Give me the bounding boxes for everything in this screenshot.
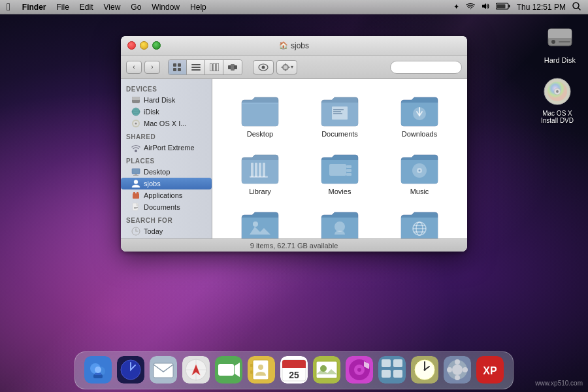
menubar-help[interactable]: Help xyxy=(185,0,212,14)
svg-rect-18 xyxy=(178,68,181,71)
eye-button[interactable] xyxy=(253,60,274,74)
dock-facetime[interactable] xyxy=(214,355,244,385)
svg-text:XP: XP xyxy=(483,365,497,376)
svg-point-29 xyxy=(262,65,265,69)
sidebar-item-sjobs[interactable]: sjobs xyxy=(121,178,212,189)
sidebar-item-documents[interactable]: Documents xyxy=(121,201,212,213)
hard-disk-desktop-icon[interactable]: Hard Disk xyxy=(542,20,578,67)
svg-point-131 xyxy=(424,369,426,371)
svg-rect-10 xyxy=(559,41,570,42)
bluetooth-icon[interactable]: ✦ xyxy=(451,3,461,11)
file-item-music[interactable]: Music xyxy=(382,147,457,199)
svg-point-14 xyxy=(556,90,559,93)
svg-rect-56 xyxy=(134,208,137,209)
svg-rect-108 xyxy=(250,364,253,367)
menubar-view[interactable]: View xyxy=(99,0,126,14)
file-item-movies[interactable]: Movies xyxy=(302,147,377,199)
dock-mail[interactable] xyxy=(148,355,178,385)
dock-itunes[interactable] xyxy=(344,355,374,385)
places-section: PLACES Desktop sjobs Applications xyxy=(121,156,212,213)
forward-button[interactable]: › xyxy=(144,61,160,74)
status-bar: 9 items, 62.71 GB available xyxy=(121,238,467,252)
svg-rect-64 xyxy=(333,113,342,114)
svg-rect-55 xyxy=(134,207,138,208)
svg-point-31 xyxy=(284,65,287,69)
file-item-documents[interactable]: Documents xyxy=(302,90,377,142)
toolbar: ‹ › ▾ xyxy=(121,56,467,79)
svg-rect-15 xyxy=(173,63,176,67)
svg-point-136 xyxy=(455,375,460,380)
column-view-button[interactable] xyxy=(205,60,223,74)
dock-safari[interactable] xyxy=(181,355,211,385)
dock-xp[interactable]: XP xyxy=(475,355,505,385)
dock-ical[interactable]: 25 xyxy=(279,355,309,385)
dock-sysprefs[interactable] xyxy=(442,355,472,385)
svg-point-122 xyxy=(357,368,361,372)
dock-clock[interactable] xyxy=(410,355,440,385)
sidebar-item-airport[interactable]: AirPort Extreme xyxy=(121,142,212,154)
dock-addressbook[interactable] xyxy=(246,355,276,385)
minimize-button[interactable] xyxy=(140,41,148,50)
file-item-pictures[interactable]: Pictures xyxy=(223,204,297,238)
file-label-documents: Documents xyxy=(321,130,358,138)
spotlight-icon[interactable] xyxy=(570,2,583,12)
svg-rect-127 xyxy=(393,370,402,378)
file-item-desktop[interactable]: Desktop xyxy=(223,90,297,142)
devices-section: DEVICES Hard Disk iDisk Mac OS X I... xyxy=(121,84,212,129)
file-item-sites[interactable]: Sites xyxy=(382,204,457,238)
cover-flow-button[interactable] xyxy=(223,60,242,74)
sidebar-item-macosx[interactable]: Mac OS X I... xyxy=(121,118,212,129)
svg-point-138 xyxy=(463,367,468,372)
wifi-icon[interactable] xyxy=(464,3,477,11)
search-input[interactable] xyxy=(390,61,462,74)
file-label-desktop: Desktop xyxy=(247,130,273,138)
svg-rect-126 xyxy=(382,370,391,378)
svg-rect-109 xyxy=(250,370,253,374)
icon-view-button[interactable] xyxy=(169,60,187,74)
svg-rect-70 xyxy=(263,163,265,177)
svg-rect-69 xyxy=(259,163,261,177)
svg-point-89 xyxy=(95,367,101,373)
sidebar-item-harddisk[interactable]: Hard Disk xyxy=(121,94,212,106)
dock-expose[interactable] xyxy=(377,355,407,385)
menubar-go[interactable]: Go xyxy=(125,0,146,14)
file-item-library[interactable]: Library xyxy=(223,147,297,199)
svg-rect-2 xyxy=(508,5,510,8)
close-button[interactable] xyxy=(127,41,136,50)
svg-marker-0 xyxy=(482,3,486,9)
sidebar-item-applications[interactable]: Applications xyxy=(121,189,212,201)
svg-rect-22 xyxy=(210,63,212,71)
svg-point-9 xyxy=(551,40,555,44)
menubar-window[interactable]: Window xyxy=(146,0,185,14)
file-label-movies: Movies xyxy=(329,188,351,195)
devices-header: DEVICES xyxy=(121,84,212,94)
list-view-button[interactable] xyxy=(187,60,205,74)
svg-rect-75 xyxy=(346,173,351,176)
dock-finder[interactable] xyxy=(83,355,113,385)
title-bar: 🏠 sjobs xyxy=(121,36,467,56)
search-header: SEARCH FOR xyxy=(121,216,212,225)
svg-point-79 xyxy=(253,221,258,227)
back-button[interactable]: ‹ xyxy=(126,61,142,74)
sidebar-item-desktop[interactable]: Desktop xyxy=(121,166,212,178)
dock-dashboard[interactable] xyxy=(116,355,146,385)
dvd-desktop-icon[interactable]: Mac OS X Install DVD xyxy=(532,73,583,127)
menubar-finder[interactable]: Finder xyxy=(17,0,52,14)
time-display[interactable]: Thu 12:51 PM xyxy=(515,3,568,12)
maximize-button[interactable] xyxy=(152,41,161,50)
dock-iphoto[interactable] xyxy=(312,355,342,385)
sound-icon[interactable] xyxy=(480,3,491,11)
menubar-file[interactable]: File xyxy=(52,0,74,14)
file-item-public[interactable]: Public xyxy=(302,204,377,238)
action-button[interactable]: ▾ xyxy=(276,60,297,74)
shared-header: SHARED xyxy=(121,132,212,142)
svg-rect-125 xyxy=(393,359,402,367)
svg-rect-35 xyxy=(288,67,290,67)
svg-rect-95 xyxy=(154,363,173,378)
sidebar-item-idisk[interactable]: iDisk xyxy=(121,106,212,118)
file-item-downloads[interactable]: Downloads xyxy=(382,90,457,142)
menubar-edit[interactable]: Edit xyxy=(74,0,99,14)
sidebar-item-today[interactable]: Today xyxy=(121,225,212,237)
svg-point-44 xyxy=(135,123,137,125)
apple-menu[interactable]:  xyxy=(0,0,17,14)
